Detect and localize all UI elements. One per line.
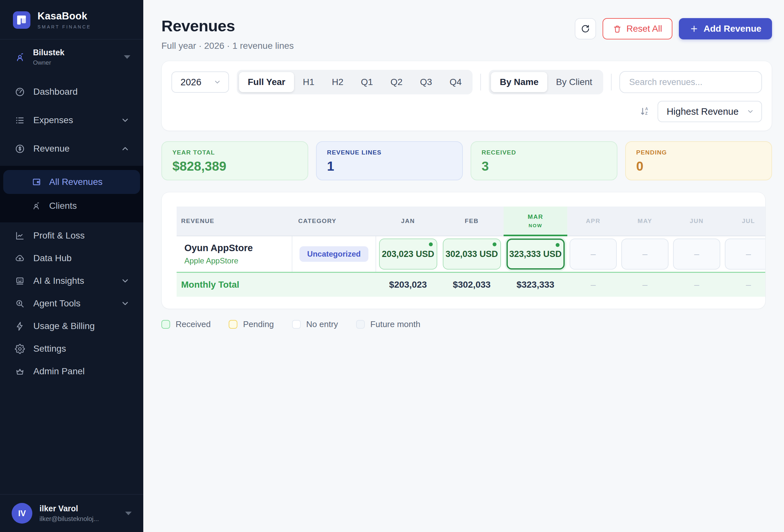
year-select-value: 2026 [180,77,201,88]
add-revenue-button[interactable]: Add Revenue [679,18,772,39]
wallet-icon [32,177,41,187]
col-header-jul: JUL [742,217,755,225]
tab-q1[interactable]: Q1 [352,72,382,92]
chevron-up-icon [121,144,130,153]
card-label: PENDING [636,149,761,156]
user-email: ilker@bilusteknoloj... [39,515,99,523]
chevron-down-icon [214,78,221,86]
total-apr: – [567,279,619,290]
col-header-jun: JUN [690,217,704,225]
magnifier-icon [15,299,25,309]
sidebar-item-expenses[interactable]: Expenses [0,109,143,131]
received-dot-icon [429,242,433,246]
sidebar-item-label: AI & Insights [33,276,84,286]
refresh-button[interactable] [575,18,596,39]
monthly-total-label: Monthly Total [176,279,239,290]
trash-icon [613,25,622,33]
sidebar-item-label: Revenue [33,144,69,154]
received-swatch-icon [161,320,170,329]
list-icon [15,115,25,125]
revenue-table-card: REVENUE CATEGORY JAN FEB MAR NOW APR MAY… [161,192,765,309]
chevron-down-icon [121,276,130,286]
period-tabs: Full Year H1 H2 Q1 Q2 Q3 Q4 [237,70,473,94]
brand-name: KasaBook [37,10,91,22]
sidebar-item-label: Clients [49,201,77,211]
tab-by-client[interactable]: By Client [547,72,601,92]
search-input[interactable] [619,71,762,93]
legend-received: Received [161,319,211,329]
card-value: 1 [327,159,452,174]
card-label: RECEIVED [482,149,607,156]
month-cell-jan[interactable]: 203,023 USD [379,239,437,270]
sort-select[interactable]: Highest Revenue [657,101,762,122]
legend-no-entry: No entry [292,319,338,329]
tab-h2[interactable]: H2 [323,72,352,92]
month-cell-may[interactable]: – [621,239,669,270]
year-select[interactable]: 2026 [171,71,229,93]
divider [611,74,612,90]
col-header-category: CATEGORY [298,217,376,225]
status-legend: Received Pending No entry Future month [161,319,772,329]
sidebar-item-clients[interactable]: Clients [3,194,140,218]
tab-full-year[interactable]: Full Year [239,72,294,92]
group-tabs: By Name By Client [489,70,603,94]
tab-h1[interactable]: H1 [294,72,323,92]
pending-swatch-icon [229,320,237,329]
kasabook-logo-icon [13,11,30,29]
revenue-name[interactable]: Oyun AppStore [184,243,292,254]
pending-card: PENDING 0 [625,141,772,180]
sidebar-item-profit-loss[interactable]: Profit & Loss [0,224,143,247]
total-jan: $203,023 [376,279,440,290]
user-menu[interactable]: IV ilker Varol ilker@bilusteknoloj... [0,494,143,532]
avatar: IV [12,503,32,524]
page-title: Revenues [161,17,294,35]
legend-pending: Pending [229,319,274,329]
user-name: ilker Varol [39,504,99,513]
team-selector[interactable]: Bilustek Owner [0,39,143,75]
tab-q2[interactable]: Q2 [382,72,411,92]
month-cell-jun[interactable]: – [673,239,720,270]
reset-all-button[interactable]: Reset All [603,18,673,39]
sidebar-item-label: All Revenues [49,177,103,187]
sidebar-item-usage-billing[interactable]: Usage & Billing [0,315,143,337]
crown-icon [15,366,25,377]
no-entry-swatch-icon [292,320,301,329]
tab-q3[interactable]: Q3 [412,72,441,92]
tab-q4[interactable]: Q4 [441,72,470,92]
month-cell-mar-current[interactable]: 323,333 USD [506,239,565,270]
sidebar-item-revenue[interactable]: Revenue [0,137,143,160]
category-badge[interactable]: Uncategorized [300,246,368,262]
total-jun: – [671,279,723,290]
card-value: 0 [636,159,761,174]
sidebar-item-label: Expenses [33,115,73,125]
col-header-feb: FEB [465,217,479,225]
brand-tagline: SMART FINANCE [37,24,91,29]
sidebar-item-data-hub[interactable]: Data Hub [0,247,143,270]
sidebar-item-ai-insights[interactable]: AI & Insights [0,270,143,292]
sidebar-item-label: Profit & Loss [33,231,85,241]
sidebar-item-admin-panel[interactable]: Admin Panel [0,360,143,383]
add-revenue-label: Add Revenue [703,24,761,34]
team-people-icon [15,52,26,63]
month-cell-apr[interactable]: – [569,239,617,270]
revenue-lines-card: REVENUE LINES 1 [316,141,463,180]
month-cell-feb[interactable]: 302,033 USD [443,239,501,270]
sidebar-item-settings[interactable]: Settings [0,337,143,360]
sidebar-item-label: Admin Panel [33,366,85,377]
col-header-apr: APR [586,217,600,225]
card-value: $828,389 [172,159,297,174]
revenue-submenu: All Revenues Clients [0,166,143,223]
col-header-mar-now: MAR NOW [504,207,567,236]
sidebar-item-agent-tools[interactable]: Agent Tools [0,292,143,315]
sidebar-item-dashboard[interactable]: Dashboard [0,81,143,103]
tab-by-name[interactable]: By Name [491,72,547,92]
total-feb: $302,033 [440,279,504,290]
sidebar-item-all-revenues[interactable]: All Revenues [3,170,140,194]
filter-card: 2026 Full Year H1 H2 Q1 Q2 Q3 Q4 By N [161,61,772,131]
received-dot-icon [556,243,560,247]
card-label: YEAR TOTAL [172,149,297,156]
sort-select-value: Highest Revenue [667,106,738,117]
plus-icon [690,24,699,33]
month-cell-jul[interactable]: – [725,239,765,270]
svg-text:Z: Z [645,111,647,116]
